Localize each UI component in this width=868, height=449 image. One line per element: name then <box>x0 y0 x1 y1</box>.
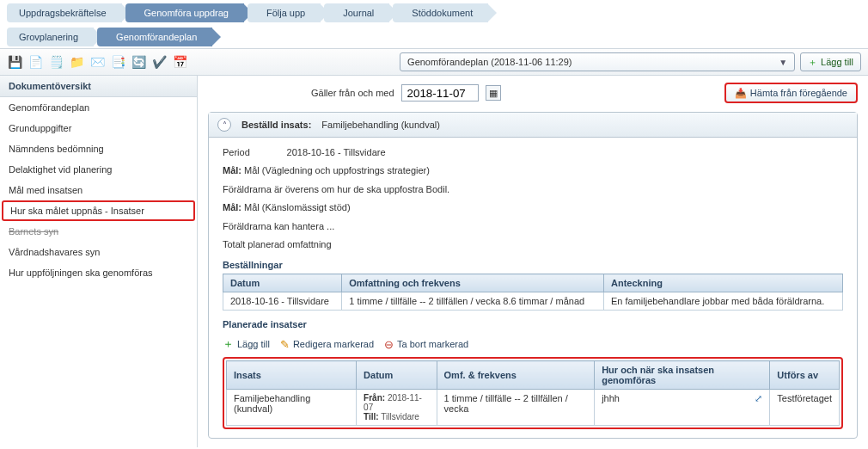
col-anteckning[interactable]: Anteckning <box>604 274 843 292</box>
pencil-icon: ✎ <box>280 338 290 351</box>
ordered-insats-value: Familjebehandling (kundval) <box>321 120 440 130</box>
collapse-toggle[interactable]: ˄ <box>217 118 231 132</box>
bestallningar-title: Beställningar <box>223 260 843 270</box>
chevron-down-icon: ▼ <box>779 58 787 67</box>
period-label: Period <box>223 147 250 157</box>
expand-icon[interactable]: ⤢ <box>755 393 762 404</box>
sidebar-item-barnets-syn[interactable]: Barnets syn <box>0 221 197 242</box>
col-omf-frekvens[interactable]: Omf. & frekvens <box>437 361 595 390</box>
cell-insats: Familjebehandling (kundval) <box>227 390 357 426</box>
calendar-picker-icon[interactable]: ▦ <box>486 85 501 101</box>
cell-hur: jhhh ⤢ <box>595 390 770 426</box>
sidebar-item-grunduppgifter[interactable]: Grunduppgifter <box>0 118 197 138</box>
sidebar-item-vardnadshavares-syn[interactable]: Vårdnadshavares syn <box>0 242 197 262</box>
ordered-insats-label: Beställd insats: <box>241 120 311 130</box>
to-value: Tillsvidare <box>381 412 419 421</box>
add-button-label: Lägg till <box>821 57 853 67</box>
cell-omf: 1 timme / tillfälle -- 2 tillfällen / ve… <box>342 292 604 311</box>
document-select[interactable]: Genomförandeplan (2018-11-06 11:29) ▼ <box>400 52 795 71</box>
mail-icon[interactable]: ✉️ <box>89 54 105 70</box>
sidebar-item-hur-ska-malet-uppnas[interactable]: Hur ska målet uppnås - Insatser <box>2 200 195 221</box>
valid-from-input[interactable] <box>401 84 479 101</box>
period-value: 2018-10-16 - Tillsvidare <box>287 147 386 157</box>
tab-label: Genomföra uppdrag <box>144 8 229 18</box>
document-select-label: Genomförandeplan (2018-11-06 11:29) <box>407 57 572 67</box>
subtab-genomforandeplan[interactable]: Genomförandeplan <box>97 28 212 46</box>
doc-icon[interactable]: 📑 <box>110 54 125 70</box>
content-area: Gäller från och med ▦ 📥 Hämta från föreg… <box>198 76 868 447</box>
plus-icon: ＋ <box>808 56 817 69</box>
import-icon: 📥 <box>735 88 747 99</box>
cell-utfors: Testföretaget <box>770 390 840 426</box>
col-datum[interactable]: Datum <box>223 274 342 292</box>
planerade-actions: ＋Lägg till ✎Redigera markerad ⊖Ta bort m… <box>223 333 843 355</box>
bestallningar-table: Datum Omfattning och frekvens Anteckning… <box>223 274 843 311</box>
mal1-value: Mål (Vägledning och uppfostrings strateg… <box>244 165 430 175</box>
action-add[interactable]: ＋Lägg till <box>223 336 270 352</box>
sidebar-item-namndens-bedomning[interactable]: Nämndens bedömning <box>0 138 197 159</box>
cell-omf: 1 timme / tillfälle -- 2 tillfällen / ve… <box>437 390 595 426</box>
action-delete-label: Ta bort markerad <box>397 339 468 349</box>
valid-from-label: Gäller från och med <box>311 88 394 98</box>
sidebar-item-delaktighet[interactable]: Delaktighet vid planering <box>0 159 197 180</box>
mal1-label: Mål: <box>223 165 241 175</box>
table-row[interactable]: Familjebehandling (kundval) Från: 2018-1… <box>227 390 840 426</box>
to-label: Till: <box>364 412 379 421</box>
refresh-icon[interactable]: 🔄 <box>131 54 146 70</box>
notes-icon[interactable]: 🗒️ <box>48 54 64 70</box>
col-datum[interactable]: Datum <box>357 361 437 390</box>
insats-panel: ˄ Beställd insats: Familjebehandling (ku… <box>208 112 858 439</box>
header-row: Gäller från och med ▦ 📥 Hämta från föreg… <box>208 83 858 103</box>
fetch-previous-button[interactable]: 📥 Hämta från föregående <box>724 83 858 103</box>
action-edit[interactable]: ✎Redigera markerad <box>280 336 374 352</box>
tab-journal[interactable]: Journal <box>324 3 389 22</box>
action-delete[interactable]: ⊖Ta bort markerad <box>384 336 468 352</box>
save-icon[interactable]: 💾 <box>7 54 22 70</box>
sidebar-item-genomforandeplan[interactable]: Genomförandeplan <box>0 97 197 118</box>
tab-label: Stöddokument <box>412 8 473 18</box>
tab-folja-upp[interactable]: Följa upp <box>248 3 321 22</box>
mal1-desc: Föräldrarna är överens om hur de ska upp… <box>223 183 843 196</box>
tab-uppdragsbekraftelse[interactable]: Uppdragsbekräftelse <box>7 3 122 22</box>
plus-icon: ＋ <box>223 336 234 352</box>
planerade-table: Insats Datum Omf. & frekvens Hur och när… <box>226 360 840 426</box>
folder-icon[interactable]: 📁 <box>69 54 84 70</box>
planerade-table-highlight: Insats Datum Omf. & frekvens Hur och när… <box>223 357 843 429</box>
check-icon[interactable]: ✔️ <box>151 54 167 70</box>
sidebar-title: Dokumentöversikt <box>0 76 197 97</box>
sidebar-item-mal-med-insatsen[interactable]: Mål med insatsen <box>0 180 197 200</box>
minus-icon: ⊖ <box>384 338 394 351</box>
tab-label: Uppdragsbekräftelse <box>19 8 107 18</box>
panel-body: Period 2018-10-16 - Tillsvidare Mål: Mål… <box>209 138 857 438</box>
tab-label: Följa upp <box>266 8 305 18</box>
col-insats[interactable]: Insats <box>227 361 357 390</box>
action-add-label: Lägg till <box>237 339 270 349</box>
col-hur-nar[interactable]: Hur och när ska insatsen genomföras <box>595 361 770 390</box>
planerade-title: Planerade insatser <box>223 319 843 329</box>
subtab-grovplanering[interactable]: Grovplanering <box>7 28 94 46</box>
cell-datum: Från: 2018-11-07 Till: Tillsvidare <box>357 390 437 426</box>
panel-header: ˄ Beställd insats: Familjebehandling (ku… <box>209 113 857 138</box>
tab-label: Grovplanering <box>19 32 78 42</box>
tab-genomfora-uppdrag[interactable]: Genomföra uppdrag <box>125 3 244 22</box>
cell-ant: En familjebehandlare jobbar med båda för… <box>604 292 843 311</box>
mal2-desc: Föräldrarna kan hantera ... <box>223 220 843 233</box>
tab-label: Journal <box>343 8 374 18</box>
breadcrumb-top: Uppdragsbekräftelse Genomföra uppdrag Fö… <box>0 0 868 24</box>
fetch-previous-label: Hämta från föregående <box>750 88 847 98</box>
hur-value: jhhh <box>602 393 620 403</box>
from-label: Från: <box>364 393 385 403</box>
tab-stoddokument[interactable]: Stöddokument <box>393 3 488 22</box>
col-utfors-av[interactable]: Utförs av <box>770 361 840 390</box>
total-planned-label: Totalt planerad omfattning <box>223 238 843 251</box>
col-omfattning[interactable]: Omfattning och frekvens <box>342 274 604 292</box>
toolbar: 💾 📄 🗒️ 📁 ✉️ 📑 🔄 ✔️ 📅 Genomförandeplan (2… <box>0 48 868 76</box>
sidebar: Dokumentöversikt Genomförandeplan Grundu… <box>0 76 198 447</box>
export-icon[interactable]: 📄 <box>28 54 43 70</box>
action-edit-label: Redigera markerad <box>293 339 374 349</box>
add-button[interactable]: ＋ Lägg till <box>800 52 861 71</box>
table-row[interactable]: 2018-10-16 - Tillsvidare 1 timme / tillf… <box>223 292 843 311</box>
breadcrumb-sub: Grovplanering Genomförandeplan <box>0 24 868 48</box>
sidebar-item-hur-uppfoljningen[interactable]: Hur uppföljningen ska genomföras <box>0 262 197 283</box>
calendar-icon[interactable]: 📅 <box>172 54 187 70</box>
